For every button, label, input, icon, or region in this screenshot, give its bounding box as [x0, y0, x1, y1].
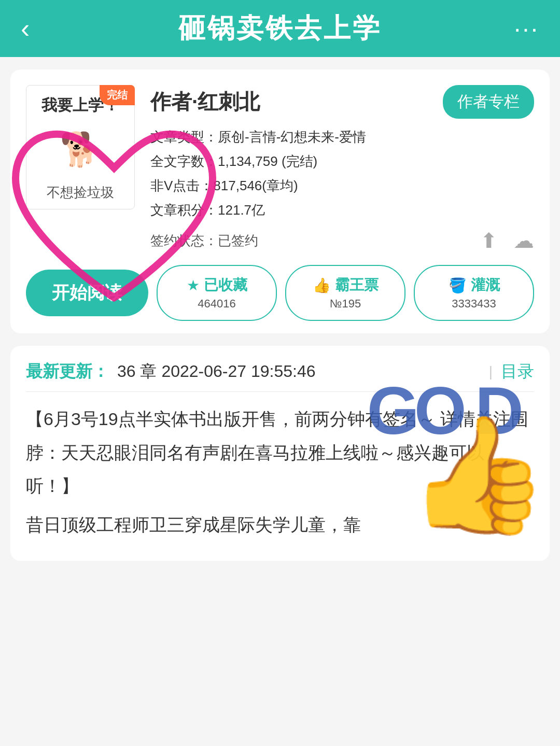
meta-score: 文章积分：121.7亿 [150, 200, 534, 220]
app-header: ‹ 砸锅卖铁去上学 ··· [0, 0, 560, 57]
page-title: 砸锅卖铁去上学 [178, 10, 382, 47]
download-icon[interactable]: ☁ [513, 229, 534, 252]
vote-button[interactable]: 👍 霸王票 №195 [285, 265, 405, 321]
author-column-button[interactable]: 作者专栏 [443, 85, 534, 119]
update-label: 最新更新： [26, 360, 109, 383]
completed-badge: 完结 [100, 85, 135, 105]
book-card: 我要上学！ 🐕 不想捡垃圾 完结 作者·红刺北 作者专栏 文章类型：原创-言情-… [10, 69, 550, 333]
cover-emoji: 🐕 [60, 133, 101, 166]
author-name: 作者·红刺北 [150, 88, 260, 116]
content-paragraph-1: 【6月3号19点半实体书出版开售，前两分钟有签名～ 详情关注围脖：天天忍眼泪同名… [26, 402, 534, 503]
read-button[interactable]: 开始阅读 [26, 270, 148, 316]
action-buttons: 开始阅读 ★ 已收藏 464016 👍 霸王票 №195 🪣 灌溉 333343… [26, 265, 534, 321]
content-area: 【6月3号19点半实体书出版开售，前两分钟有签名～ 详情关注围脖：天天忍眼泪同名… [26, 402, 534, 541]
cover-subtitle: 不想捡垃圾 [47, 184, 114, 202]
back-button[interactable]: ‹ [21, 13, 52, 44]
share-download-icons: ⬆ ☁ [480, 229, 534, 252]
meta-status: 签约状态：已签约 [150, 232, 258, 250]
update-chapter: 36 章 2022-06-27 19:55:46 [117, 360, 481, 383]
update-header: 最新更新： 36 章 2022-06-27 19:55:46 | 目录 [26, 360, 534, 392]
update-section: 最新更新： 36 章 2022-06-27 19:55:46 | 目录 【6月3… [10, 346, 550, 561]
irrigate-button[interactable]: 🪣 灌溉 3333433 [414, 265, 534, 321]
share-icon[interactable]: ⬆ [480, 229, 498, 252]
more-button[interactable]: ··· [508, 15, 539, 43]
catalog-link[interactable]: 目录 [501, 360, 534, 383]
meta-clicks: 非V点击：817,546(章均) [150, 176, 534, 196]
meta-status-row: 签约状态：已签约 ⬆ ☁ [150, 229, 534, 252]
collect-button[interactable]: ★ 已收藏 464016 [157, 265, 277, 321]
book-info: 作者·红刺北 作者专栏 文章类型：原创-言情-幻想未来-爱情 全文字数：1,13… [150, 85, 534, 252]
meta-wordcount: 全文字数：1,134,759 (完结) [150, 151, 534, 172]
book-info-header: 作者·红刺北 作者专栏 [150, 85, 534, 119]
card-top-section: 我要上学！ 🐕 不想捡垃圾 完结 作者·红刺北 作者专栏 文章类型：原创-言情-… [26, 85, 534, 252]
content-paragraph-2: 昔日顶级工程师卫三穿成星际失学儿童，靠 [26, 508, 534, 542]
book-cover-wrapper: 我要上学！ 🐕 不想捡垃圾 完结 [26, 85, 135, 209]
divider: | [489, 363, 493, 380]
book-meta: 文章类型：原创-言情-幻想未来-爱情 全文字数：1,134,759 (完结) 非… [150, 127, 534, 252]
meta-genre: 文章类型：原创-言情-幻想未来-爱情 [150, 127, 534, 147]
